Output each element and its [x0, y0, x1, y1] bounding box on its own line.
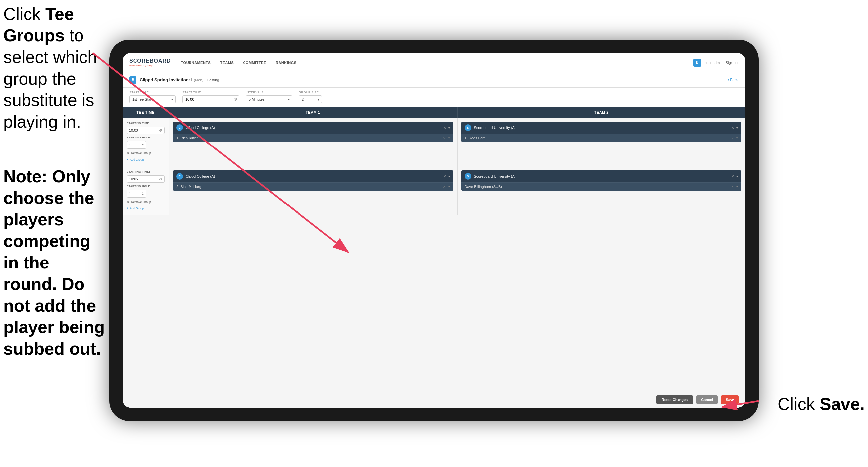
player-arrow-1-group-1[interactable]: ▾ — [448, 136, 450, 140]
group-row-1: STARTING TIME: ⏱ STARTING HOLE: ▲ ▼ — [123, 118, 745, 166]
team-card-x-2-group-1[interactable]: ✕ — [732, 126, 735, 130]
hole-field-2[interactable]: ▲ ▼ — [127, 189, 147, 198]
player-name-2-group-2: Dave Billingham (SUB) — [465, 185, 729, 188]
hole-field-1[interactable]: ▲ ▼ — [127, 141, 147, 149]
reset-changes-button[interactable]: Reset Changes — [656, 396, 693, 404]
save-button[interactable]: Save — [721, 396, 739, 404]
tee-groups-bold: Tee Groups — [3, 4, 74, 45]
player-x-2-group-2[interactable]: ✕ — [731, 185, 734, 188]
stepper-down-1[interactable]: ▼ — [142, 145, 144, 147]
hole-input-2[interactable] — [129, 192, 140, 196]
subheader-title: Clippd Spring Invitational — [140, 77, 192, 82]
intervals-select[interactable]: 5 Minutes — [246, 95, 292, 104]
team-card-x-1-group-1[interactable]: ✕ — [443, 126, 446, 130]
team-card-arrow-2-group-1[interactable]: ▾ — [737, 126, 738, 129]
player-arrow-1-group-2[interactable]: ▾ — [448, 185, 450, 188]
team-card-2-group-2[interactable]: S Scoreboard University (A) ✕ ▾ Dave Bil… — [462, 170, 742, 191]
start-type-label: Start Type — [129, 91, 176, 94]
subheader-tag: (Men) — [194, 78, 204, 82]
note-text: Note: Only choose the players competing … — [3, 166, 106, 360]
player-name-1-group-1: 1. Rich Butler — [176, 136, 440, 140]
team-card-header-2-group-2: S Scoreboard University (A) ✕ ▾ — [462, 170, 742, 182]
team-card-arrow-1-group-2[interactable]: ▾ — [448, 175, 450, 178]
stepper-up-2[interactable]: ▲ — [142, 191, 144, 194]
team-card-arrow-2-group-2[interactable]: ▾ — [737, 175, 738, 178]
team-logo-2-group-1: S — [465, 124, 471, 131]
team-card-x-2-group-2[interactable]: ✕ — [732, 174, 735, 179]
tee-time-col-2: STARTING TIME: ⏱ STARTING HOLE: ▲ ▼ — [123, 166, 169, 215]
add-icon-2: + — [127, 207, 128, 210]
player-arrow-2-group-2[interactable]: ▾ — [737, 185, 738, 188]
cancel-button[interactable]: Cancel — [696, 396, 718, 404]
start-time-group: Start Time ⏱ — [182, 91, 239, 104]
team-card-1-group-2[interactable]: C Clippd College (A) ✕ ▾ 2. Blair McHarg… — [173, 170, 453, 191]
remove-group-btn-1[interactable]: 🗑 Remove Group — [127, 151, 165, 155]
group-row-2: STARTING TIME: ⏱ STARTING HOLE: ▲ ▼ — [123, 166, 745, 215]
team-card-1-group-1[interactable]: C Clippd College (A) ✕ ▾ 1. Rich Butler … — [173, 122, 453, 142]
back-button[interactable]: ‹ Back — [727, 78, 739, 82]
player-row-2-group-2: Dave Billingham (SUB) ✕ ▾ — [462, 182, 742, 191]
player-x-1-group-2[interactable]: ✕ — [443, 185, 445, 188]
team-name-1-group-1: Clippd College (A) — [186, 126, 441, 129]
remove-icon-1: 🗑 — [127, 151, 129, 155]
nav-teams[interactable]: TEAMS — [220, 59, 234, 66]
hole-stepper-2[interactable]: ▲ ▼ — [142, 191, 144, 196]
scroll-area[interactable]: STARTING TIME: ⏱ STARTING HOLE: ▲ ▼ — [123, 118, 745, 391]
tablet-screen: SCOREBOARD Powered by clippd TOURNAMENTS… — [123, 53, 745, 408]
group-size-label: Group Size — [299, 91, 322, 94]
add-group-btn-1[interactable]: + Add Group — [127, 157, 165, 162]
nav-tournaments[interactable]: TOURNAMENTS — [181, 59, 211, 66]
team-card-x-1-group-2[interactable]: ✕ — [443, 174, 446, 179]
player-arrow-2-group-1[interactable]: ▾ — [737, 136, 738, 140]
team-card-actions-2-group-2: ✕ ▾ — [732, 174, 738, 179]
starting-time-field-1[interactable]: ⏱ — [127, 126, 165, 134]
nav-rankings[interactable]: RANKINGS — [276, 59, 297, 66]
start-time-input-wrap: ⏱ — [182, 95, 239, 104]
nav-committee[interactable]: COMMITTEE — [243, 59, 266, 66]
team-logo-1-group-1: C — [176, 124, 183, 131]
team-name-2-group-1: Scoreboard University (A) — [474, 126, 729, 129]
th-team2: Team 2 — [458, 107, 746, 118]
brand-title: SCOREBOARD — [129, 58, 171, 64]
footer-bar: Reset Changes Cancel Save — [123, 391, 745, 408]
stepper-up-1[interactable]: ▲ — [142, 143, 144, 145]
remove-group-btn-2[interactable]: 🗑 Remove Group — [127, 200, 165, 204]
starting-time-input-2[interactable] — [129, 177, 146, 181]
subheader-icon: B — [129, 76, 136, 84]
navbar: SCOREBOARD Powered by clippd TOURNAMENTS… — [123, 53, 745, 72]
main-content: Start Type 1st Tee Start Start Time ⏱ — [123, 88, 745, 408]
team-card-arrow-1-group-1[interactable]: ▾ — [448, 126, 450, 129]
starting-hole-label-1: STARTING HOLE: — [127, 136, 165, 139]
user-avatar: B — [693, 59, 701, 67]
team-card-actions-2-group-1: ✕ ▾ — [732, 126, 738, 130]
group-size-select-wrap: 2 — [299, 95, 322, 104]
team-card-2-group-1[interactable]: S Scoreboard University (A) ✕ ▾ 1. Rees … — [462, 122, 742, 142]
group-size-select[interactable]: 2 — [299, 95, 322, 104]
player-x-2-group-1[interactable]: ✕ — [731, 136, 734, 140]
starting-time-input-1[interactable] — [129, 128, 146, 132]
th-tee-time: Tee Time — [123, 107, 169, 118]
time-field-icon-2: ⏱ — [159, 177, 162, 181]
player-row-1-group-2: 2. Blair McHarg ✕ ▾ — [173, 182, 453, 191]
team-col-1-group-1: C Clippd College (A) ✕ ▾ 1. Rich Butler … — [169, 118, 458, 166]
player-x-1-group-1[interactable]: ✕ — [443, 136, 445, 140]
start-time-input[interactable] — [182, 95, 239, 104]
tablet-frame: SCOREBOARD Powered by clippd TOURNAMENTS… — [109, 40, 759, 421]
team-col-1-group-2: C Clippd College (A) ✕ ▾ 2. Blair McHarg… — [169, 166, 458, 215]
team-name-1-group-2: Clippd College (A) — [186, 174, 441, 178]
hole-stepper-1[interactable]: ▲ ▼ — [142, 143, 144, 147]
team-card-header-1-group-1: C Clippd College (A) ✕ ▾ — [173, 122, 453, 134]
stepper-down-2[interactable]: ▼ — [142, 194, 144, 196]
clock-icon: ⏱ — [234, 97, 237, 101]
save-bold: Save. — [819, 395, 865, 414]
starting-time-field-2[interactable]: ⏱ — [127, 175, 165, 183]
tee-time-col-1: STARTING TIME: ⏱ STARTING HOLE: ▲ ▼ — [123, 118, 169, 166]
start-type-select[interactable]: 1st Tee Start — [129, 95, 176, 104]
hole-input-1[interactable] — [129, 143, 140, 147]
subheader: B Clippd Spring Invitational (Men) Hosti… — [123, 72, 745, 88]
add-group-btn-2[interactable]: + Add Group — [127, 206, 165, 211]
player-name-2-group-1: 1. Rees Britt — [465, 136, 729, 140]
player-row-2-group-1: 1. Rees Britt ✕ ▾ — [462, 134, 742, 142]
starting-hole-label-2: STARTING HOLE: — [127, 185, 165, 187]
brand-sub: Powered by clippd — [129, 64, 171, 67]
